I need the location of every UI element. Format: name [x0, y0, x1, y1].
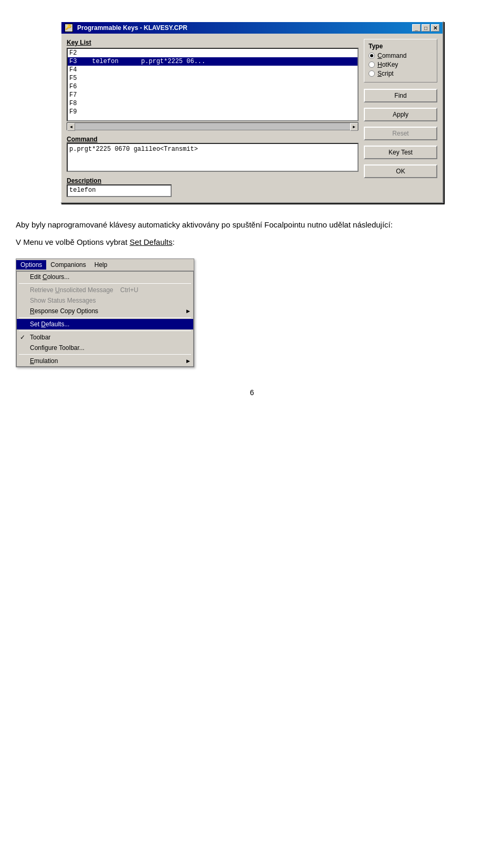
- left-panel: Key List F2 F3 telefon p.prgt*2225 06...…: [67, 39, 359, 197]
- horizontal-scrollbar[interactable]: ◄ ►: [67, 122, 359, 130]
- menu-set-defaults[interactable]: Set Defaults...: [17, 319, 193, 329]
- command-value: p.prgt*2225 0670 galileo<Transmit>: [69, 146, 198, 153]
- menu-sep-1: [19, 283, 191, 284]
- ok-button[interactable]: OK: [364, 164, 437, 178]
- key-list-box[interactable]: F2 F3 telefon p.prgt*2225 06... F4 F5 F6…: [67, 48, 359, 121]
- menu-sep-3: [19, 330, 191, 331]
- menu-configure-toolbar[interactable]: Configure Toolbar...: [17, 343, 193, 353]
- dialog-title: Programmable Keys - KLAVESY.CPR: [77, 24, 187, 32]
- radio-hotkey-circle[interactable]: [369, 61, 375, 68]
- radio-command[interactable]: Command: [369, 52, 433, 59]
- key-list-section: Key List F2 F3 telefon p.prgt*2225 06...…: [67, 39, 359, 130]
- radio-script-circle[interactable]: [369, 70, 375, 77]
- key-item-f4[interactable]: F4: [68, 66, 358, 74]
- set-defaults-link: Set Defaults: [130, 237, 173, 246]
- right-panel: Type Command HotKey Script Find Apply Re…: [364, 39, 437, 197]
- menu-response-copy[interactable]: Response Copy Options: [17, 306, 193, 316]
- close-button[interactable]: ✕: [431, 24, 439, 32]
- instruction-sub-text: V Menu ve volbě Options vybrat Set Defau…: [16, 237, 175, 246]
- menu-retrieve-unsolicited: Retrieve Unsolicited Message Ctrl+U: [17, 285, 193, 295]
- radio-command-label: Command: [377, 52, 406, 59]
- minimize-button[interactable]: _: [412, 24, 421, 32]
- key-list-label: Key List: [67, 39, 359, 46]
- menu-bar-companions[interactable]: Companions: [46, 260, 90, 270]
- key-item-f6[interactable]: F6: [68, 82, 358, 91]
- find-button[interactable]: Find: [364, 89, 437, 102]
- menu-edit-colours[interactable]: Edit Colours...: [17, 272, 193, 282]
- page-number: 6: [16, 388, 488, 397]
- key-item-f2[interactable]: F2: [68, 49, 358, 57]
- key-item-f9[interactable]: F9: [68, 108, 358, 116]
- menu-bar-help[interactable]: Help: [90, 260, 112, 270]
- scroll-left[interactable]: ◄: [67, 123, 75, 131]
- radio-script[interactable]: Script: [369, 70, 433, 77]
- command-box[interactable]: p.prgt*2225 0670 galileo<Transmit>: [67, 143, 359, 172]
- key-item-f7[interactable]: F7: [68, 91, 358, 99]
- menu-dropdown: Edit Colours... Retrieve Unsolicited Mes…: [16, 271, 194, 367]
- desc-box[interactable]: telefon: [67, 184, 172, 197]
- instruction-text: Aby byly naprogramované klávesy automati…: [16, 219, 488, 231]
- menu-show-status: Show Status Messages: [17, 295, 193, 306]
- radio-script-label: Script: [377, 70, 394, 77]
- instruction-sub: V Menu ve volbě Options vybrat Set Defau…: [16, 236, 488, 249]
- description-section: Description telefon: [67, 175, 359, 197]
- menu-sep-4: [19, 354, 191, 355]
- menu-screenshot: Options Companions Help Edit Colours... …: [16, 259, 194, 367]
- instruction-main: Aby byly naprogramované klávesy automati…: [16, 220, 393, 229]
- scroll-right[interactable]: ►: [350, 123, 358, 131]
- reset-button[interactable]: Reset: [364, 127, 437, 140]
- menu-bar: Options Companions Help: [16, 259, 194, 271]
- radio-command-circle[interactable]: [369, 53, 375, 59]
- menu-bar-options[interactable]: Options: [16, 260, 46, 270]
- dialog-titlebar: 🔑 Programmable Keys - KLAVESY.CPR _ □ ✕: [61, 22, 443, 34]
- key-item-f3[interactable]: F3 telefon p.prgt*2225 06...: [68, 57, 358, 66]
- radio-hotkey[interactable]: HotKey: [369, 61, 433, 68]
- key-test-button[interactable]: Key Test: [364, 146, 437, 159]
- page-num-value: 6: [250, 388, 254, 397]
- dialog-body: Key List F2 F3 telefon p.prgt*2225 06...…: [61, 34, 443, 202]
- titlebar-buttons: _ □ ✕: [412, 24, 439, 32]
- type-group: Type Command HotKey Script: [364, 39, 437, 82]
- apply-button[interactable]: Apply: [364, 108, 437, 121]
- desc-value: telefon: [69, 187, 96, 194]
- key-item-f5[interactable]: F5: [68, 74, 358, 82]
- dialog-icon: 🔑: [65, 24, 73, 32]
- scroll-track-h[interactable]: [75, 123, 350, 130]
- command-section: Command p.prgt*2225 0670 galileo<Transmi…: [67, 133, 359, 172]
- command-label: Command: [67, 136, 359, 143]
- type-label: Type: [369, 43, 433, 50]
- menu-sep-2: [19, 317, 191, 318]
- menu-emulation[interactable]: Emulation: [17, 356, 193, 366]
- maximize-button[interactable]: □: [422, 24, 430, 32]
- menu-toolbar[interactable]: Toolbar: [17, 332, 193, 343]
- key-item-f8[interactable]: F8: [68, 99, 358, 108]
- programmable-keys-dialog: 🔑 Programmable Keys - KLAVESY.CPR _ □ ✕ …: [60, 21, 444, 203]
- radio-hotkey-label: HotKey: [377, 61, 398, 68]
- desc-label: Description: [67, 177, 359, 184]
